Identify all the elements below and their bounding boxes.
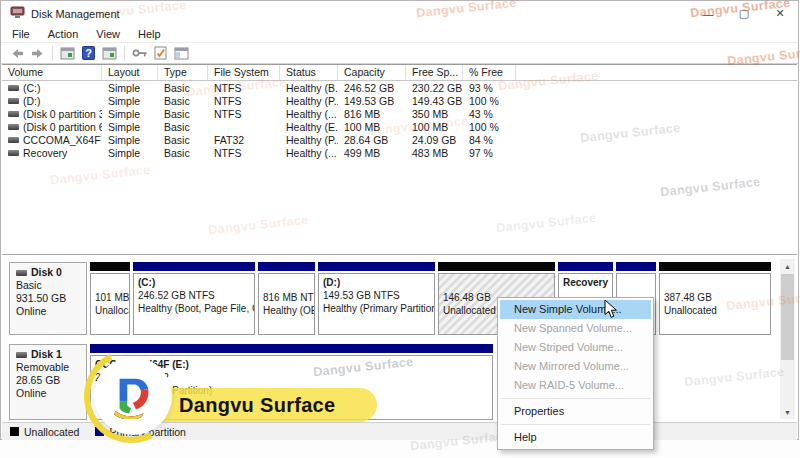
partition-color-bar	[258, 262, 315, 271]
scroll-down-arrow-icon[interactable]: ▼	[780, 405, 795, 419]
column-header-type[interactable]: Type	[158, 65, 208, 80]
menu-item-new-spanned-volume: New Spanned Volume...	[500, 319, 651, 338]
partition-status: Unallocated	[664, 304, 766, 317]
console-window-icon-2[interactable]	[99, 44, 120, 63]
cell-free: 100 MB	[406, 121, 463, 133]
volume-name: (Disk 0 partition 6)	[23, 121, 102, 133]
disk-management-window: Disk Management — ▢ ✕ File Action View H…	[0, 0, 799, 440]
partition-c[interactable]: (C:) 246.52 GB NTFS Healthy (Boot, Page …	[133, 262, 255, 335]
table-row[interactable]: (Disk 0 partition 6) Simple Basic Health…	[2, 120, 797, 133]
column-header-capacity[interactable]: Capacity	[338, 65, 406, 80]
console-window-icon[interactable]	[57, 44, 78, 63]
column-header-status[interactable]: Status	[280, 65, 338, 80]
disk-size: 931.50 GB	[16, 292, 84, 305]
partition-color-bar	[438, 262, 555, 271]
context-menu: New Simple Volume... New Spanned Volume.…	[497, 297, 654, 450]
partition-status: Healthy (Primary Partition)	[95, 384, 488, 397]
partition-d[interactable]: (D:) 149.53 GB NTFS Healthy (Primary Par…	[318, 262, 435, 335]
legend-label: Unallocated	[24, 426, 79, 438]
partition-name: (C:)	[138, 276, 250, 289]
column-header-file-system[interactable]: File System	[208, 65, 280, 80]
menu-file[interactable]: File	[3, 28, 39, 40]
menu-item-properties[interactable]: Properties	[500, 402, 651, 421]
menu-item-new-raid5-volume: New RAID-5 Volume...	[500, 376, 651, 395]
partition-color-bar	[558, 262, 613, 271]
volume-name: (D:)	[23, 95, 41, 107]
cell-type: Basic	[158, 95, 208, 107]
column-header-volume[interactable]: Volume	[2, 65, 102, 80]
checklist-doc-icon[interactable]	[150, 44, 171, 63]
partition-816mb[interactable]: 816 MB NTFS Healthy (OEM Partition)	[258, 262, 315, 335]
partition-size: 246.52 GB NTFS	[138, 289, 250, 302]
cell-free: 483 MB	[406, 147, 463, 159]
titlebar: Disk Management — ▢ ✕	[1, 1, 798, 26]
cell-capacity: 100 MB	[338, 121, 406, 133]
cell-status: Healthy (P...	[280, 134, 338, 146]
menu-item-help[interactable]: Help	[500, 428, 651, 447]
table-row[interactable]: CCCOMA_X64F (E:) Simple Basic FAT32 Heal…	[2, 133, 797, 146]
partition-name: CCCOMA_X64F (E:)	[95, 358, 488, 371]
disk-0-label[interactable]: Disk 0 Basic 931.50 GB Online	[9, 262, 87, 335]
partition-color-bar	[90, 344, 493, 353]
volume-icon	[8, 111, 19, 117]
legend-unallocated: Unallocated	[10, 426, 79, 438]
partition-size: 28.65 GB FAT32	[95, 371, 488, 384]
window-controls: — ▢ ✕	[690, 1, 798, 26]
volume-icon	[8, 124, 19, 130]
disk-name: Disk 1	[31, 348, 62, 361]
cell-capacity: 816 MB	[338, 108, 406, 120]
toolbar-separator	[52, 46, 53, 61]
cell-capacity: 246.52 GB	[338, 82, 406, 94]
table-row[interactable]: Recovery Simple Basic NTFS Healthy (... …	[2, 146, 797, 159]
back-icon[interactable]	[6, 44, 27, 63]
table-row[interactable]: (C:) Simple Basic NTFS Healthy (B... 246…	[2, 81, 797, 94]
cell-free: 149.43 GB	[406, 95, 463, 107]
column-header-pct-free[interactable]: % Free	[463, 65, 516, 80]
scrollbar-thumb[interactable]	[781, 274, 794, 360]
volume-name: CCCOMA_X64F (E:)	[23, 134, 102, 146]
status-bar: Unallocated Primary partition	[2, 422, 797, 440]
svg-text:?: ?	[85, 47, 92, 59]
minimize-button[interactable]: —	[690, 1, 726, 26]
partition-status: Healthy (Primary Partition)	[323, 302, 430, 315]
partition-unallocated-387gb[interactable]: 387.48 GB Unallocated	[659, 262, 771, 335]
disk-status: Online	[16, 305, 84, 318]
menu-help[interactable]: Help	[129, 28, 170, 40]
disk-management-app-icon	[10, 5, 25, 23]
menu-separator	[501, 398, 650, 399]
column-header-layout[interactable]: Layout	[102, 65, 158, 80]
menu-action[interactable]: Action	[39, 28, 88, 40]
scroll-up-arrow-icon[interactable]: ▲	[780, 259, 795, 273]
cell-layout: Simple	[102, 121, 158, 133]
table-row[interactable]: (D:) Simple Basic NTFS Healthy (P... 149…	[2, 94, 797, 107]
column-header-free-space[interactable]: Free Sp...	[406, 65, 463, 80]
volume-list-header: Volume Layout Type File System Status Ca…	[2, 65, 797, 81]
disk-size: 28.65 GB	[16, 374, 84, 387]
volume-name: Recovery	[23, 147, 67, 159]
layout-panes-icon[interactable]	[171, 44, 192, 63]
forward-icon[interactable]	[27, 44, 48, 63]
partition-unallocated-101mb[interactable]: 101 MB Unallocated	[90, 262, 130, 335]
cell-fs: FAT32	[208, 134, 280, 146]
cell-status: Healthy (...	[280, 147, 338, 159]
menu-item-new-striped-volume: New Striped Volume...	[500, 338, 651, 357]
key-icon[interactable]	[129, 44, 150, 63]
window-title: Disk Management	[31, 8, 120, 20]
vertical-scrollbar[interactable]: ▲ ▼	[780, 259, 795, 419]
cell-capacity: 499 MB	[338, 147, 406, 159]
menu-item-new-simple-volume[interactable]: New Simple Volume...	[500, 300, 651, 319]
disk-1-label[interactable]: Disk 1 Removable 28.65 GB Online	[9, 344, 87, 420]
cell-layout: Simple	[102, 82, 158, 94]
table-row[interactable]: (Disk 0 partition 3) Simple Basic NTFS H…	[2, 107, 797, 120]
partition-e[interactable]: CCCOMA_X64F (E:) 28.65 GB FAT32 Healthy …	[90, 344, 493, 420]
disk-type: Removable	[16, 361, 84, 374]
cell-pct: 97 %	[463, 147, 516, 159]
cell-fs: NTFS	[208, 108, 280, 120]
maximize-button[interactable]: ▢	[726, 1, 762, 26]
help-icon[interactable]: ?	[78, 44, 99, 63]
disk-icon	[16, 270, 27, 276]
close-button[interactable]: ✕	[762, 1, 798, 26]
menu-view[interactable]: View	[87, 28, 129, 40]
cell-free: 230.22 GB	[406, 82, 463, 94]
partition-status: Healthy (Boot, Page File, Crash Dump, Pr…	[138, 302, 250, 315]
